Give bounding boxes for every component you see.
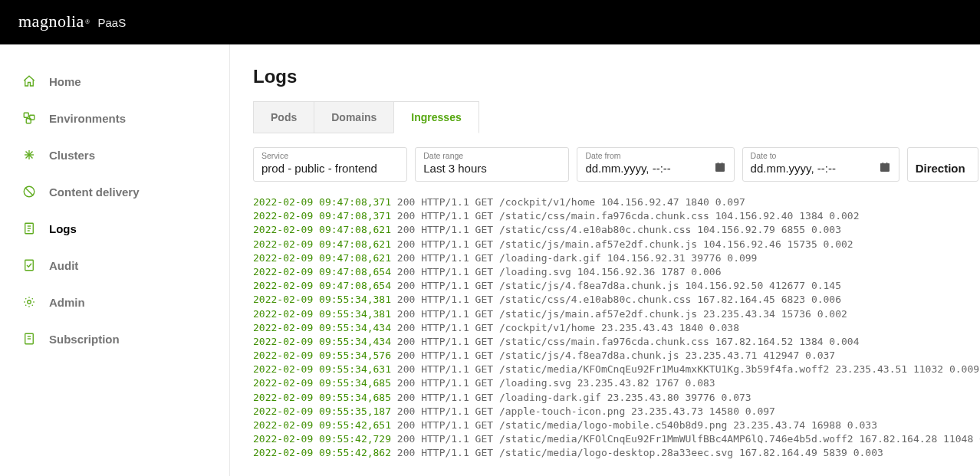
log-line: 2022-02-09 09:55:34,685 200 HTTP/1.1 GET… bbox=[253, 376, 980, 390]
field-value: dd.mm.yyyy, --:-- bbox=[751, 162, 891, 175]
log-line: 2022-02-09 09:55:42,862 200 HTTP/1.1 GET… bbox=[253, 446, 980, 460]
log-line: 2022-02-09 09:47:08,371 200 HTTP/1.1 GET… bbox=[253, 195, 980, 209]
log-line: 2022-02-09 09:55:34,434 200 HTTP/1.1 GET… bbox=[253, 335, 980, 349]
log-timestamp: 2022-02-09 09:55:34,631 bbox=[253, 363, 391, 375]
svg-line-8 bbox=[25, 188, 34, 196]
log-line: 2022-02-09 09:55:34,434 200 HTTP/1.1 GET… bbox=[253, 321, 980, 335]
clusters-icon bbox=[21, 147, 37, 162]
sidebar-item-label: Content delivery bbox=[49, 185, 140, 199]
log-message: 200 HTTP/1.1 GET /loading-dark.gif 104.1… bbox=[391, 252, 757, 264]
log-timestamp: 2022-02-09 09:55:34,434 bbox=[253, 336, 391, 347]
date-from-input[interactable]: Date from dd.mm.yyyy, --:-- bbox=[577, 147, 734, 182]
service-select[interactable]: Service prod - public - frontend bbox=[253, 147, 407, 182]
svg-rect-19 bbox=[715, 163, 725, 166]
log-message: 200 HTTP/1.1 GET /apple-touch-icon.png 2… bbox=[391, 405, 775, 417]
brand-logo: magnolia® bbox=[18, 11, 90, 31]
field-label: Service bbox=[261, 151, 399, 160]
gear-icon bbox=[21, 294, 37, 310]
sidebar-item-admin[interactable]: Admin bbox=[0, 284, 229, 320]
log-message: 200 HTTP/1.1 GET /cockpit/v1/home 23.235… bbox=[391, 322, 739, 333]
sidebar-item-content-delivery[interactable]: Content delivery bbox=[0, 173, 229, 210]
calendar-icon[interactable] bbox=[714, 161, 726, 173]
log-line: 2022-02-09 09:55:34,381 200 HTTP/1.1 GET… bbox=[253, 307, 980, 321]
field-label: Date from bbox=[585, 151, 725, 160]
svg-rect-13 bbox=[25, 260, 34, 271]
tab-domains[interactable]: Domains bbox=[314, 101, 394, 133]
log-timestamp: 2022-02-09 09:55:35,187 bbox=[253, 405, 391, 417]
log-timestamp: 2022-02-09 09:47:08,371 bbox=[253, 210, 391, 222]
log-message: 200 HTTP/1.1 GET /static/js/main.af57e2d… bbox=[391, 238, 853, 250]
log-timestamp: 2022-02-09 09:47:08,621 bbox=[253, 252, 391, 264]
content-delivery-icon bbox=[21, 184, 37, 199]
sidebar-item-label: Subscription bbox=[49, 333, 120, 346]
sidebar-item-label: Admin bbox=[49, 296, 85, 309]
log-timestamp: 2022-02-09 09:47:08,654 bbox=[253, 266, 391, 277]
environments-icon bbox=[21, 110, 37, 126]
log-timestamp: 2022-02-09 09:55:34,434 bbox=[253, 322, 391, 333]
tab-label: Ingresses bbox=[411, 111, 461, 123]
logs-icon bbox=[21, 221, 37, 236]
svg-rect-23 bbox=[880, 163, 890, 166]
sidebar-item-label: Logs bbox=[49, 222, 77, 235]
log-line: 2022-02-09 09:55:35,187 200 HTTP/1.1 GET… bbox=[253, 405, 980, 419]
sidebar-item-home[interactable]: Home bbox=[0, 63, 229, 100]
sidebar-item-audit[interactable]: Audit bbox=[0, 247, 229, 284]
log-message: 200 HTTP/1.1 GET /static/js/main.af57e2d… bbox=[391, 308, 847, 320]
field-value: Direction bbox=[916, 162, 964, 175]
field-value: dd.mm.yyyy, --:-- bbox=[585, 162, 725, 175]
sidebar-item-label: Audit bbox=[49, 259, 78, 272]
log-timestamp: 2022-02-09 09:55:34,576 bbox=[253, 350, 391, 361]
sidebar-item-clusters[interactable]: Clusters bbox=[0, 136, 229, 173]
log-timestamp: 2022-02-09 09:55:34,685 bbox=[253, 392, 391, 403]
log-message: 200 HTTP/1.1 GET /static/css/main.fa976c… bbox=[391, 336, 859, 347]
log-message: 200 HTTP/1.1 GET /static/media/KFOmCnqEu… bbox=[391, 363, 979, 375]
log-timestamp: 2022-02-09 09:55:42,729 bbox=[253, 433, 391, 445]
log-message: 200 HTTP/1.1 GET /static/js/4.f8ea7d8a.c… bbox=[391, 280, 841, 291]
date-range-select[interactable]: Date range Last 3 hours bbox=[415, 147, 569, 182]
log-message: 200 HTTP/1.1 GET /static/css/main.fa976c… bbox=[391, 210, 859, 222]
log-message: 200 HTTP/1.1 GET /loading.svg 23.235.43.… bbox=[391, 377, 715, 389]
brand-subtitle: PaaS bbox=[97, 16, 126, 29]
tab-ingresses[interactable]: Ingresses bbox=[393, 101, 478, 133]
direction-select[interactable]: . Direction bbox=[907, 147, 978, 182]
log-line: 2022-02-09 09:55:42,651 200 HTTP/1.1 GET… bbox=[253, 419, 980, 432]
log-timestamp: 2022-02-09 09:55:34,381 bbox=[253, 308, 391, 320]
sidebar-item-environments[interactable]: Environments bbox=[0, 100, 229, 136]
svg-point-14 bbox=[28, 300, 31, 304]
log-timestamp: 2022-02-09 09:55:34,381 bbox=[253, 294, 391, 305]
sidebar: Home Environments Clusters Content deliv… bbox=[0, 44, 230, 476]
log-line: 2022-02-09 09:55:42,729 200 HTTP/1.1 GET… bbox=[253, 432, 980, 446]
date-to-input[interactable]: Date to dd.mm.yyyy, --:-- bbox=[742, 147, 899, 182]
sidebar-item-label: Clusters bbox=[49, 149, 95, 162]
log-line: 2022-02-09 09:47:08,621 200 HTTP/1.1 GET… bbox=[253, 251, 980, 265]
log-timestamp: 2022-02-09 09:55:42,862 bbox=[253, 447, 391, 458]
log-line: 2022-02-09 09:47:08,654 200 HTTP/1.1 GET… bbox=[253, 279, 980, 293]
log-message: 200 HTTP/1.1 GET /static/css/4.e10ab80c.… bbox=[391, 294, 841, 305]
log-timestamp: 2022-02-09 09:47:08,621 bbox=[253, 224, 391, 235]
main-content: Logs Pods Domains Ingresses Service prod… bbox=[230, 44, 980, 476]
sidebar-item-subscription[interactable]: Subscription bbox=[0, 320, 229, 357]
field-value: prod - public - frontend bbox=[261, 162, 399, 175]
calendar-icon[interactable] bbox=[879, 161, 891, 173]
subscription-icon bbox=[21, 331, 37, 346]
tab-label: Pods bbox=[271, 111, 297, 123]
home-icon bbox=[21, 74, 37, 89]
audit-icon bbox=[21, 258, 37, 273]
log-line: 2022-02-09 09:47:08,621 200 HTTP/1.1 GET… bbox=[253, 238, 980, 251]
sidebar-item-logs[interactable]: Logs bbox=[0, 210, 229, 247]
log-message: 200 HTTP/1.1 GET /static/media/KFOlCnqEu… bbox=[391, 433, 980, 445]
brand-registered-mark: ® bbox=[85, 18, 90, 25]
log-line: 2022-02-09 09:55:34,576 200 HTTP/1.1 GET… bbox=[253, 349, 980, 363]
log-line: 2022-02-09 09:55:34,685 200 HTTP/1.1 GET… bbox=[253, 391, 980, 405]
log-timestamp: 2022-02-09 09:47:08,621 bbox=[253, 238, 391, 250]
tabs: Pods Domains Ingresses bbox=[253, 101, 980, 133]
log-timestamp: 2022-02-09 09:55:42,651 bbox=[253, 419, 391, 431]
field-value: Last 3 hours bbox=[423, 162, 561, 175]
filter-bar: Service prod - public - frontend Date ra… bbox=[253, 147, 978, 182]
log-output[interactable]: 2022-02-09 09:47:08,371 200 HTTP/1.1 GET… bbox=[253, 195, 980, 461]
log-message: 200 HTTP/1.1 GET /static/media/logo-mobi… bbox=[391, 419, 877, 431]
log-line: 2022-02-09 09:47:08,371 200 HTTP/1.1 GET… bbox=[253, 209, 980, 223]
brand: magnolia® PaaS bbox=[18, 11, 126, 31]
tab-pods[interactable]: Pods bbox=[253, 101, 314, 133]
field-label: Date to bbox=[751, 151, 891, 160]
